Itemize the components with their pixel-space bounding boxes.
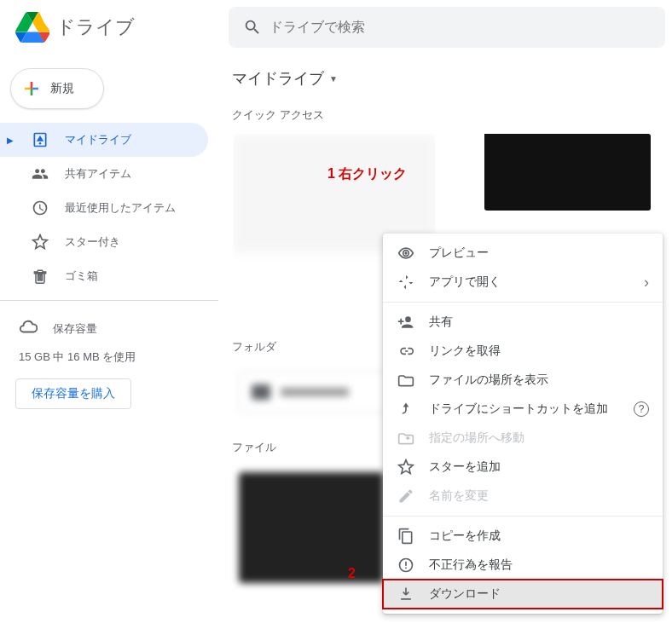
sidebar-item-label: ゴミ箱 [65,268,98,284]
star-outline-icon [397,458,415,476]
sidebar-item-shared[interactable]: ▶ 共有アイテム [0,157,208,191]
page-title-text: マイドライブ [232,68,324,89]
ctx-download[interactable]: ダウンロード [383,580,663,609]
quick-access-header: クイック アクセス [225,104,672,130]
ctx-separator [383,302,663,303]
file-item[interactable] [239,472,384,583]
svg-rect-3 [405,562,407,566]
app-header: ドライブ [0,0,672,55]
ctx-label: スターを追加 [429,459,649,475]
help-icon[interactable]: ? [634,401,649,417]
download-icon [397,585,415,603]
search-icon [235,18,269,37]
sidebar-item-starred[interactable]: ▶ スター付き [0,225,208,259]
sidebar: 新規 ▶ マイドライブ ▶ 共有アイテム ▶ [0,55,218,635]
copy-icon [397,527,415,546]
storage-usage: 15 GB 中 16 MB を使用 [0,346,218,375]
ctx-label: プレビュー [429,245,649,261]
chevron-right-icon: › [644,274,649,292]
search-bar[interactable] [229,7,665,48]
svg-point-0 [39,142,42,145]
ctx-make-copy[interactable]: コピーを作成 [383,522,663,551]
shared-icon [31,165,49,183]
context-menu: プレビュー アプリで開く › 共有 リンクを取得 ファイルの場所を表示 ドライブ… [383,234,663,614]
caret-icon: ▶ [7,136,15,145]
ctx-open-with[interactable]: アプリで開く › [383,268,663,297]
thumbnail [484,133,651,211]
chevron-down-icon: ▼ [329,74,338,84]
sidebar-item-label: 共有アイテム [65,166,131,182]
ctx-rename: 名前を変更 [383,482,663,511]
ctx-add-shortcut[interactable]: ドライブにショートカットを追加 ? [383,395,663,424]
move-icon [397,429,415,447]
ctx-label: 不正行為を報告 [429,557,649,573]
mydrive-icon [31,130,49,149]
ctx-add-star[interactable]: スターを追加 [383,453,663,482]
sidebar-item-recent[interactable]: ▶ 最近使用したアイテム [0,191,208,225]
folder-item[interactable] [239,372,399,413]
ctx-report-abuse[interactable]: 不正行為を報告 [383,551,663,580]
recent-icon [31,199,49,217]
ctx-label: コピーを作成 [429,528,649,544]
brand[interactable]: ドライブ [7,10,229,44]
sidebar-item-label: スター付き [65,234,120,250]
sidebar-item-trash[interactable]: ▶ ゴミ箱 [0,259,208,293]
person-plus-icon [397,313,415,332]
page-title[interactable]: マイドライブ ▼ [225,58,672,104]
storage-label: 保存容量 [53,321,97,337]
shortcut-icon [397,400,415,419]
ctx-label: ダウンロード [429,586,649,602]
report-icon [397,556,415,574]
open-with-icon [397,273,415,292]
ctx-label: ドライブにショートカットを追加 [429,401,617,417]
ctx-move-to: 指定の場所へ移動 [383,424,663,453]
ctx-label: リンクを取得 [429,343,649,359]
folder-icon [397,371,415,390]
ctx-get-link[interactable]: リンクを取得 [383,337,663,366]
link-icon [397,342,415,361]
storage-section: 保存容量 15 GB 中 16 MB を使用 保存容量を購入 [0,308,218,409]
sidebar-item-label: 最近使用したアイテム [65,200,176,216]
pencil-icon [397,487,415,505]
ctx-label: 名前を変更 [429,488,649,504]
drive-logo-icon [15,10,49,44]
sidebar-item-storage[interactable]: 保存容量 [0,311,218,346]
brand-name: ドライブ [56,14,135,40]
new-button[interactable]: 新規 [10,68,104,109]
plus-icon [21,78,42,99]
ctx-label: アプリで開く [429,274,630,290]
new-button-label: 新規 [50,81,74,96]
sidebar-item-mydrive[interactable]: ▶ マイドライブ [0,123,208,157]
ctx-separator [383,516,663,517]
svg-point-1 [404,251,407,254]
star-icon [31,233,49,251]
ctx-show-location[interactable]: ファイルの場所を表示 [383,366,663,395]
ctx-preview[interactable]: プレビュー [383,239,663,268]
eye-icon [397,244,415,263]
trash-icon [31,267,49,286]
buy-storage-button[interactable]: 保存容量を購入 [15,378,131,409]
ctx-share[interactable]: 共有 [383,308,663,337]
sidebar-divider [0,300,218,301]
ctx-label: ファイルの場所を表示 [429,372,649,388]
sidebar-nav: ▶ マイドライブ ▶ 共有アイテム ▶ 最近使用したアイテム [0,123,218,293]
folder-icon [252,384,270,400]
search-input[interactable] [269,20,658,35]
cloud-icon [19,318,38,339]
svg-rect-4 [405,568,407,569]
sidebar-item-label: マイドライブ [65,132,131,147]
ctx-label: 指定の場所へ移動 [429,430,649,446]
ctx-label: 共有 [429,315,649,330]
